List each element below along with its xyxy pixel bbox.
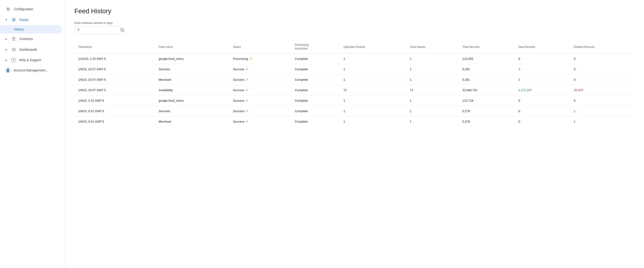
sidebar-item-inventory[interactable]: ▸ ☰ Inventory xyxy=(0,34,62,44)
check-icon: ✓ xyxy=(246,88,248,92)
sidebar-item-account-management[interactable]: 👤 Account Management... xyxy=(0,65,62,75)
cell-new-records: 0 xyxy=(515,54,570,64)
sidebar-item-history[interactable]: History xyxy=(0,25,62,34)
status-text: Success xyxy=(233,78,244,81)
cell-total-shards: 1 xyxy=(406,64,459,75)
cell-timestamp: 1/9/23, 23:57 GMT-5 xyxy=(74,85,155,95)
table-row: 1/10/23, 2:15 GMT-5google.food_menuProce… xyxy=(74,54,635,64)
status-text: Success xyxy=(233,68,244,71)
status-text: Processing xyxy=(233,57,248,61)
inventory-label: Inventory xyxy=(20,37,33,41)
table-row: 1/9/23, 23:57 GMT-5MerchantSuccess✓Compl… xyxy=(74,75,635,85)
table-row: 1/9/23, 23:57 GMT-5ServicesSuccess✓Compl… xyxy=(74,64,635,75)
check-icon: ✓ xyxy=(246,120,248,123)
cell-deleted-records: 1 xyxy=(570,116,635,127)
table-row: 1/9/23, 0:31 GMT-5ServicesSuccess✓Comple… xyxy=(74,106,635,116)
cell-deleted-records: 0 xyxy=(570,54,635,64)
svg-line-1 xyxy=(123,31,124,32)
status-text: Success xyxy=(233,88,244,92)
cell-processing-instruction: Complete xyxy=(291,54,340,64)
search-button[interactable] xyxy=(120,28,124,32)
cell-processing-instruction: Complete xyxy=(291,85,340,95)
cell-timestamp: 1/10/23, 2:15 GMT-5 xyxy=(74,54,155,64)
cell-total-records: 5,281 xyxy=(459,75,515,85)
grid-icon: ⊞ xyxy=(11,17,16,22)
history-label: History xyxy=(14,28,24,31)
cell-feed-name: Merchant xyxy=(155,75,229,85)
sidebar-item-configuration[interactable]: ⚙ Configuration xyxy=(0,4,62,15)
cell-timestamp: 1/9/23, 2:15 GMT-5 xyxy=(74,95,155,106)
chevron-right-icon2: ▸ xyxy=(6,48,7,51)
cell-feed-name: Availability xyxy=(155,85,229,95)
status-text: Success xyxy=(233,109,244,113)
cell-total-shards: 71 xyxy=(406,85,459,95)
sidebar-item-feeds[interactable]: ▾ ⊞ Feeds xyxy=(0,15,62,25)
lookback-label: Enter lookback window in days xyxy=(74,22,635,25)
cell-uploaded-shards: 1 xyxy=(340,116,406,127)
feeds-label: Feeds xyxy=(20,18,28,22)
search-icon xyxy=(120,28,124,32)
sidebar-item-dashboards[interactable]: ▸ ⊟ Dashboards xyxy=(0,44,62,55)
cell-uploaded-shards: 71 xyxy=(340,85,406,95)
account-management-label: Account Management... xyxy=(14,68,48,72)
cell-feed-name: Services xyxy=(155,64,229,75)
cell-processing-instruction: Complete xyxy=(291,75,340,85)
dashboards-label: Dashboards xyxy=(20,48,37,51)
feed-history-table: Timestamp Feed name Status ProcessingIns… xyxy=(74,41,635,127)
cell-feed-name: Services xyxy=(155,106,229,116)
table-header-row: Timestamp Feed name Status ProcessingIns… xyxy=(74,41,635,54)
gear-icon: ⚙ xyxy=(6,7,11,12)
cell-deleted-records: 0 xyxy=(570,64,635,75)
sidebar-item-help-support[interactable]: ▸ ? Help & Support xyxy=(0,55,62,65)
lookback-input[interactable] xyxy=(78,28,118,32)
status-text: Success xyxy=(233,99,244,102)
check-icon: ✓ xyxy=(246,67,248,71)
cell-status: Success✓ xyxy=(229,85,291,95)
cell-uploaded-shards: 1 xyxy=(340,106,406,116)
cell-deleted-records: 1 xyxy=(570,106,635,116)
main-content: Feed History Enter lookback window in da… xyxy=(65,0,644,268)
col-total-shards: Total Shards xyxy=(406,41,459,54)
page-title: Feed History xyxy=(74,8,635,15)
chevron-right-icon: ▸ xyxy=(6,37,7,41)
col-uploaded-shards: Uploaded Shards xyxy=(340,41,406,54)
cell-new-records: 1,172,197 xyxy=(515,85,570,95)
cell-feed-name: Merchant xyxy=(155,116,229,127)
chevron-down-icon: ▾ xyxy=(6,18,7,22)
cell-total-records: 113,718 xyxy=(459,95,515,106)
table-row: 1/9/23, 2:15 GMT-5google.food_menuSucces… xyxy=(74,95,635,106)
cell-uploaded-shards: 1 xyxy=(340,64,406,75)
cell-uploaded-shards: 1 xyxy=(340,95,406,106)
cell-new-records: 0 xyxy=(515,95,570,106)
col-deleted-records: Deleted Records xyxy=(570,41,635,54)
cell-total-records: 113,405 xyxy=(459,54,515,64)
col-processing-instruction: ProcessingInstruction xyxy=(291,41,340,54)
col-feed-name: Feed name xyxy=(155,41,229,54)
cell-processing-instruction: Complete xyxy=(291,64,340,75)
cell-status: Processing⏱ xyxy=(229,54,291,64)
lookback-section: Enter lookback window in days xyxy=(74,22,635,34)
cell-status: Success✓ xyxy=(229,64,291,75)
dashboard-icon: ⊟ xyxy=(11,47,16,52)
cell-total-shards: 1 xyxy=(406,54,459,64)
check-icon: ✓ xyxy=(246,99,248,102)
cell-timestamp: 1/9/23, 0:31 GMT-5 xyxy=(74,106,155,116)
account-icon: 👤 xyxy=(6,68,10,73)
col-total-records: Total Records xyxy=(459,41,515,54)
cell-status: Success✓ xyxy=(229,106,291,116)
cell-feed-name: google.food_menu xyxy=(155,95,229,106)
svg-point-0 xyxy=(121,28,124,31)
status-text: Success xyxy=(233,120,244,123)
help-icon: ? xyxy=(11,58,16,62)
clock-icon: ⏱ xyxy=(249,57,252,61)
cell-new-records: 3 xyxy=(515,64,570,75)
cell-total-records: 5,278 xyxy=(459,106,515,116)
cell-status: Success✓ xyxy=(229,116,291,127)
cell-total-shards: 1 xyxy=(406,75,459,85)
cell-new-records: 0 xyxy=(515,116,570,127)
cell-timestamp: 1/9/23, 23:57 GMT-5 xyxy=(74,64,155,75)
cell-new-records: 3 xyxy=(515,75,570,85)
cell-status: Success✓ xyxy=(229,75,291,85)
cell-processing-instruction: Complete xyxy=(291,95,340,106)
cell-total-shards: 1 xyxy=(406,106,459,116)
